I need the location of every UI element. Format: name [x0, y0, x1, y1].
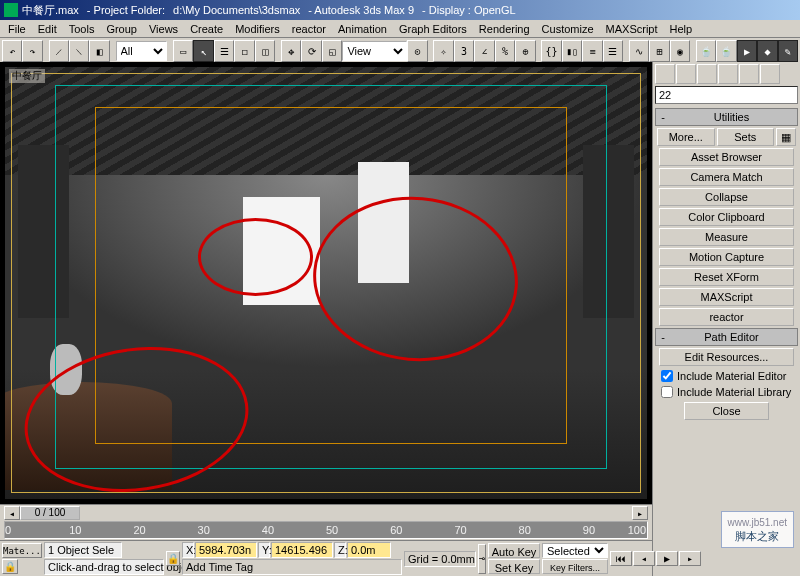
util-motion-capture[interactable]: Motion Capture: [659, 248, 793, 266]
tab-modify-icon[interactable]: [676, 64, 696, 84]
menu-edit[interactable]: Edit: [32, 22, 63, 36]
tab-create-icon[interactable]: [655, 64, 675, 84]
autokey-button[interactable]: Auto Key: [488, 543, 540, 558]
viewport-label: 中餐厅: [9, 69, 45, 83]
asnap-button[interactable]: ∠: [474, 40, 494, 62]
psnap-button[interactable]: %: [495, 40, 515, 62]
quick-render-button[interactable]: 🍵: [716, 40, 736, 62]
mirror-button[interactable]: ▮▯: [562, 40, 582, 62]
menu-file[interactable]: File: [2, 22, 32, 36]
lock-sel-icon[interactable]: 🔒: [166, 551, 180, 566]
reactor-btn3[interactable]: ✎: [778, 40, 798, 62]
undo-button[interactable]: ↶: [2, 40, 22, 62]
tab-motion-icon[interactable]: [718, 64, 738, 84]
schematic-button[interactable]: ⊞: [649, 40, 669, 62]
reactor-btn1[interactable]: ▶: [737, 40, 757, 62]
x-value[interactable]: 5984.703n: [195, 542, 257, 558]
timeline-next-icon[interactable]: ▸: [632, 506, 648, 520]
named-sel-button[interactable]: {}: [541, 40, 561, 62]
menu-maxscript[interactable]: MAXScript: [600, 22, 664, 36]
snap-button[interactable]: 3: [454, 40, 474, 62]
window-cross-button[interactable]: ◫: [255, 40, 275, 62]
menu-group[interactable]: Group: [100, 22, 143, 36]
keyfilters-button[interactable]: Key Filters...: [542, 559, 608, 574]
object-name-input[interactable]: [655, 86, 798, 104]
menu-animation[interactable]: Animation: [332, 22, 393, 36]
render-scene-button[interactable]: 🍵: [696, 40, 716, 62]
select-button[interactable]: ▭: [173, 40, 193, 62]
scene-render: [5, 67, 647, 499]
sets-button[interactable]: Sets: [717, 128, 775, 146]
util-measure[interactable]: Measure: [659, 228, 793, 246]
util-maxscript[interactable]: MAXScript: [659, 288, 793, 306]
util-asset-browser[interactable]: Asset Browser: [659, 148, 793, 166]
rotate-button[interactable]: ⟳: [301, 40, 321, 62]
menu-tools[interactable]: Tools: [63, 22, 101, 36]
menu-help[interactable]: Help: [664, 22, 699, 36]
sets-config-button[interactable]: ▦: [776, 128, 796, 146]
rollout-path-editor[interactable]: -Path Editor: [655, 328, 798, 346]
util-camera-match[interactable]: Camera Match: [659, 168, 793, 186]
menu-grapheditors[interactable]: Graph Editors: [393, 22, 473, 36]
keymode-select[interactable]: Selected: [542, 543, 608, 558]
mated-button[interactable]: ◉: [670, 40, 690, 62]
time-slider-thumb[interactable]: 0 / 100: [20, 506, 80, 520]
more-button[interactable]: More...: [657, 128, 715, 146]
refcoord-dropdown[interactable]: View: [342, 41, 407, 61]
redo-button[interactable]: ↷: [22, 40, 42, 62]
maxscript-mini[interactable]: Mate...: [2, 543, 42, 558]
menu-rendering[interactable]: Rendering: [473, 22, 536, 36]
y-value[interactable]: 14615.496: [271, 542, 333, 558]
selection-filter[interactable]: All: [116, 41, 168, 61]
app-icon: [4, 3, 18, 17]
time-ruler[interactable]: 0 10 20 30 40 50 60 70 80 90 100: [4, 521, 648, 539]
play-icon[interactable]: ▶: [656, 551, 678, 566]
util-reset-xform[interactable]: Reset XForm: [659, 268, 793, 286]
unlink-button[interactable]: ⟍: [69, 40, 89, 62]
link-button[interactable]: ⟋: [49, 40, 69, 62]
rollout-utilities[interactable]: -Utilities: [655, 108, 798, 126]
spinner-button[interactable]: ⊕: [515, 40, 535, 62]
prev-frame-icon[interactable]: ◂: [633, 551, 655, 566]
menu-reactor[interactable]: reactor: [286, 22, 332, 36]
tab-utilities-icon[interactable]: [760, 64, 780, 84]
select-region-button[interactable]: ◻: [234, 40, 254, 62]
command-panel: -Utilities More... Sets ▦ Asset Browser …: [652, 62, 800, 576]
curve-ed-button[interactable]: ∿: [629, 40, 649, 62]
scale-button[interactable]: ◱: [322, 40, 342, 62]
layers-button[interactable]: ☰: [603, 40, 623, 62]
setkey-button[interactable]: Set Key: [488, 559, 540, 574]
close-button[interactable]: Close: [684, 402, 770, 420]
select-name-button[interactable]: ☰: [214, 40, 234, 62]
pivot-button[interactable]: ⊙: [407, 40, 427, 62]
menu-views[interactable]: Views: [143, 22, 184, 36]
watermark: www.jb51.net 脚本之家: [721, 511, 794, 548]
manip-button[interactable]: ✧: [433, 40, 453, 62]
add-time-tag[interactable]: Add Time Tag: [182, 559, 402, 575]
move-button[interactable]: ✥: [281, 40, 301, 62]
util-reactor[interactable]: reactor: [659, 308, 793, 326]
align-button[interactable]: ≡: [582, 40, 602, 62]
goto-start-icon[interactable]: ⏮: [610, 551, 632, 566]
select-arrow-button[interactable]: ↖: [193, 40, 213, 62]
z-value[interactable]: 0.0m: [347, 542, 391, 558]
util-color-clipboard[interactable]: Color Clipboard: [659, 208, 793, 226]
reactor-btn2[interactable]: ◆: [757, 40, 777, 62]
viewport-area: 中餐厅: [0, 62, 652, 504]
bind-button[interactable]: ◧: [89, 40, 109, 62]
x-label: X:: [182, 542, 194, 558]
menu-customize[interactable]: Customize: [536, 22, 600, 36]
next-frame-icon[interactable]: ▸: [679, 551, 701, 566]
edit-resources-button[interactable]: Edit Resources...: [659, 348, 793, 366]
tab-hierarchy-icon[interactable]: [697, 64, 717, 84]
key-mode-icon[interactable]: ⊸: [478, 544, 486, 574]
lock-icon[interactable]: 🔒: [2, 559, 18, 574]
menu-create[interactable]: Create: [184, 22, 229, 36]
tab-display-icon[interactable]: [739, 64, 759, 84]
chk-include-mat-editor[interactable]: Include Material Editor: [661, 370, 792, 382]
chk-include-mat-library[interactable]: Include Material Library: [661, 386, 792, 398]
menu-modifiers[interactable]: Modifiers: [229, 22, 286, 36]
timeline-prev-icon[interactable]: ◂: [4, 506, 20, 520]
util-collapse[interactable]: Collapse: [659, 188, 793, 206]
viewport[interactable]: 中餐厅: [4, 66, 648, 500]
